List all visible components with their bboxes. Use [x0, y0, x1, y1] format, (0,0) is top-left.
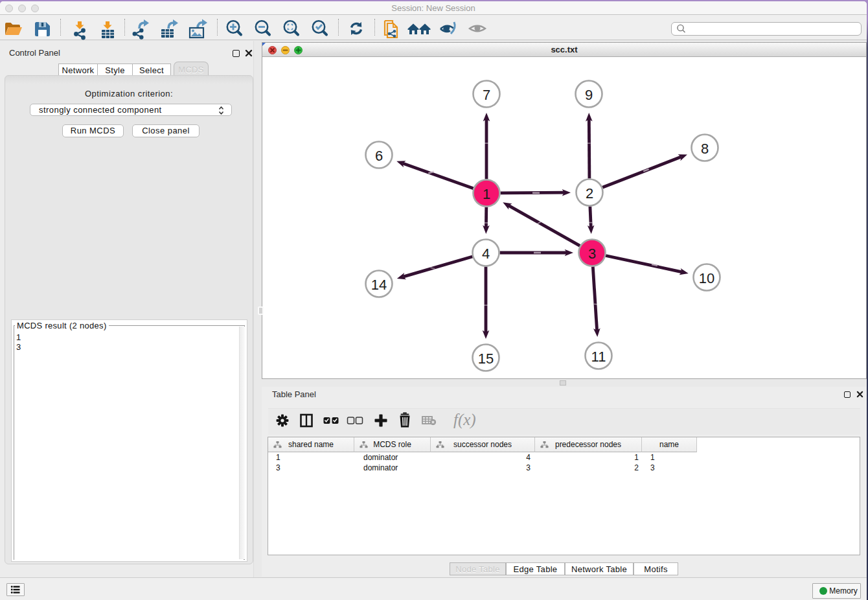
svg-text:6: 6	[375, 148, 383, 164]
svg-text:9: 9	[585, 87, 593, 103]
svg-text:10: 10	[699, 270, 714, 286]
svg-text:14: 14	[371, 277, 387, 293]
svg-text:7: 7	[483, 87, 490, 103]
svg-text:3: 3	[588, 246, 596, 262]
svg-text:1: 1	[483, 186, 490, 202]
svg-text:11: 11	[591, 349, 606, 365]
svg-text:4: 4	[482, 246, 490, 262]
svg-text:15: 15	[478, 351, 494, 367]
svg-text:f(x): f(x)	[453, 411, 476, 429]
svg-text:8: 8	[701, 141, 709, 157]
svg-text:2: 2	[586, 185, 593, 202]
